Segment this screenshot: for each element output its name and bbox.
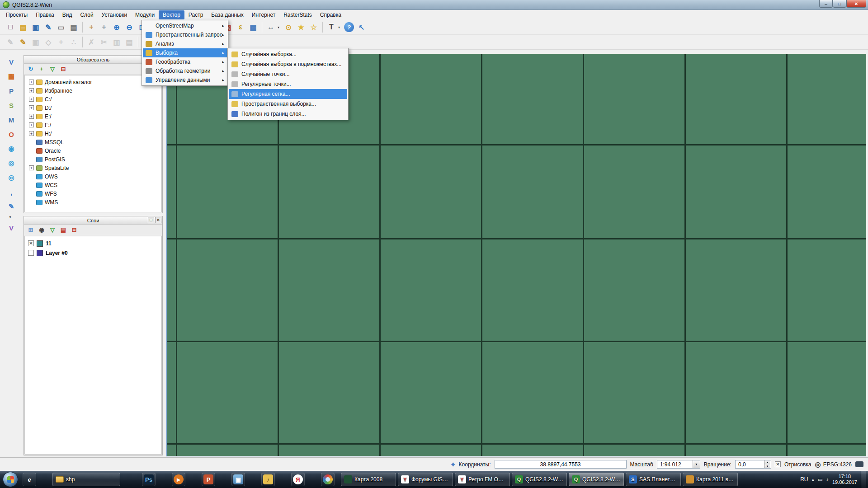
measure-dropdown-arrow-icon[interactable]: ▾ <box>278 25 282 29</box>
add-layer-icon[interactable]: + <box>37 65 46 74</box>
browser-item-drive-c[interactable]: + C:/ <box>25 95 161 103</box>
crs-status-button[interactable]: ◎ EPSG:4326 <box>815 460 852 469</box>
photoshop-icon[interactable]: Ps <box>142 473 156 486</box>
yandex-icon[interactable]: Я <box>291 473 305 486</box>
maximize-button-icon[interactable]: □ <box>833 0 846 8</box>
coordinates-input[interactable] <box>495 460 627 469</box>
layer-row[interactable]: Layer #0 <box>25 248 161 258</box>
browser-item-drive-d[interactable]: + D:/ <box>25 103 161 112</box>
menu-item-spatial-selection[interactable]: Пространственная выборка... <box>229 99 347 109</box>
browser-item-wcs[interactable]: WCS <box>25 181 161 189</box>
menu-item-regular-points[interactable]: Регулярные точки... <box>229 79 347 89</box>
measure-icon[interactable]: ↔ <box>265 21 277 33</box>
show-bookmarks-icon[interactable]: ☆ <box>308 21 320 33</box>
float-panel-icon[interactable]: □ <box>148 217 154 223</box>
menu-item-selection[interactable]: Выборка ▸ <box>143 48 227 57</box>
zoom-out-icon[interactable]: ⊖ <box>123 21 135 33</box>
language-indicator[interactable]: RU <box>800 476 808 483</box>
add-group-icon[interactable]: ⊞ <box>26 225 35 235</box>
menu-raster[interactable]: Растр <box>184 10 207 19</box>
menu-item-random-points[interactable]: Случайные точки... <box>229 69 347 79</box>
expander-icon[interactable]: + <box>29 122 34 127</box>
menu-item-spatial-query[interactable]: Пространственный запрос ▸ <box>143 30 227 39</box>
menu-view[interactable]: Вид <box>58 10 76 19</box>
vector-plugin-icon[interactable]: V <box>5 222 17 234</box>
layer-label[interactable]: 11 <box>46 240 52 247</box>
refresh-icon[interactable]: ↻ <box>26 65 35 74</box>
browser-icon[interactable] <box>321 473 335 486</box>
remove-icon[interactable]: ⊟ <box>70 225 79 235</box>
help-icon[interactable]: ? <box>344 22 354 32</box>
menu-web[interactable]: Интернет <box>248 10 279 19</box>
expander-icon[interactable]: + <box>29 80 34 84</box>
new-project-icon[interactable]: □ <box>5 21 16 33</box>
filter-icon[interactable]: ▽ <box>48 65 57 74</box>
browser-item-drive-h[interactable]: + H:/ <box>25 129 161 138</box>
menu-help[interactable]: Справка <box>316 10 345 19</box>
node-tool-icon[interactable]: ∴ <box>68 36 80 48</box>
volume-icon[interactable]: ♪ <box>826 477 829 482</box>
scale-combo[interactable]: 1:94 012 ▾ <box>657 460 700 469</box>
menu-edit[interactable]: Правка <box>32 10 58 19</box>
add-mssql-layer-icon[interactable]: M <box>5 114 17 126</box>
add-wfs-layer-icon[interactable]: ◎ <box>5 172 17 183</box>
menu-rasterstats[interactable]: RasterStats <box>279 10 316 19</box>
browser-item-drive-e[interactable]: + E:/ <box>25 112 161 121</box>
move-feature-icon[interactable]: + <box>55 36 67 48</box>
taskbar-button-karta-2011[interactable]: Карта 2011 ве... <box>683 473 738 486</box>
select-expression-icon[interactable]: ε <box>235 21 246 33</box>
browser-item-home[interactable]: + Домашний каталог <box>25 78 161 86</box>
powerpoint-icon[interactable]: P <box>202 473 215 486</box>
annotation-dropdown-arrow-icon[interactable]: ▾ <box>338 25 342 29</box>
menu-item-random-selection-subsets[interactable]: Случайная выборка в подмножествах... <box>229 59 347 69</box>
delete-feature-icon[interactable]: ✗ <box>85 36 97 48</box>
save-project-icon[interactable]: ▣ <box>30 21 42 33</box>
menu-item-geometry-tools[interactable]: Обработка геометрии ▸ <box>143 66 227 75</box>
taskbar-button-karta-2008[interactable]: Карта 2008 <box>341 473 396 486</box>
menu-item-openstreetmap[interactable]: OpenStreetMap ▸ <box>143 21 227 30</box>
expander-icon[interactable]: + <box>29 165 34 170</box>
explorer-taskbar-button[interactable]: shp <box>52 473 120 486</box>
hidden-icons-arrow[interactable]: ▴ <box>812 477 815 483</box>
new-layer-dropdown-arrow-icon[interactable]: ▾ <box>9 215 14 219</box>
map-tips-icon[interactable]: ⊙ <box>283 21 294 33</box>
image-viewer-icon[interactable]: ▣ <box>231 473 245 486</box>
zoom-in-icon[interactable]: ⊕ <box>111 21 123 33</box>
taskbar-button-retro-fm[interactable]: Y Ретро FM ONL... <box>455 473 510 486</box>
layer-checkbox[interactable] <box>28 250 34 256</box>
menu-settings[interactable]: Установки <box>98 10 131 19</box>
menu-item-polygon-from-layer-extent[interactable]: Полигон из границ слоя... <box>229 109 347 119</box>
save-as-icon[interactable]: ✎ <box>42 21 54 33</box>
add-raster-layer-icon[interactable]: ▦ <box>5 70 17 82</box>
taskbar-button-qgis-2[interactable]: Q QGIS2.8.2-Wien <box>569 473 624 486</box>
pan-selection-icon[interactable]: + <box>98 21 110 33</box>
menu-item-regular-grid[interactable]: Регулярная сетка... <box>229 89 347 99</box>
expander-icon[interactable]: + <box>29 114 34 119</box>
menu-item-geoprocessing[interactable]: Геообработка ▸ <box>143 57 227 66</box>
new-bookmark-icon[interactable]: ★ <box>295 21 307 33</box>
browser-item-favourites[interactable]: + Избранное <box>25 86 161 95</box>
menu-item-analysis[interactable]: Анализ ▸ <box>143 39 227 48</box>
spin-up-icon[interactable]: ▴ <box>764 460 770 465</box>
browser-item-mssql[interactable]: MSSQL <box>25 138 161 146</box>
menu-layer[interactable]: Слой <box>76 10 97 19</box>
internet-explorer-icon[interactable]: e <box>23 473 36 486</box>
menu-item-data-management[interactable]: Управление данными ▸ <box>143 75 227 84</box>
clock[interactable]: 17:18 19.06.2017 <box>832 474 857 485</box>
taskbar-button-sas-planet[interactable]: S SAS.Планета 1... <box>626 473 681 486</box>
layer-label[interactable]: Layer #0 <box>46 250 68 256</box>
spin-down-icon[interactable]: ▾ <box>764 465 770 469</box>
audio-icon[interactable]: ♪ <box>261 473 275 486</box>
start-button[interactable] <box>3 472 18 487</box>
cut-icon[interactable]: ✂ <box>98 36 110 48</box>
annotation-icon[interactable]: T <box>326 21 337 33</box>
taskbar-button-qgis-1[interactable]: Q QGIS2.8.2-Wien <box>512 473 567 486</box>
expand-icon[interactable]: ▤ <box>59 225 68 235</box>
expander-icon[interactable]: + <box>29 105 34 110</box>
attribute-table-icon[interactable]: ▦ <box>247 21 259 33</box>
expander-icon[interactable]: + <box>29 97 34 102</box>
menu-plugins[interactable]: Модули <box>131 10 159 19</box>
pan-map-icon[interactable]: + <box>85 21 97 33</box>
open-project-icon[interactable]: ▤ <box>17 21 29 33</box>
filter-legend-icon[interactable]: ▽ <box>48 225 57 235</box>
